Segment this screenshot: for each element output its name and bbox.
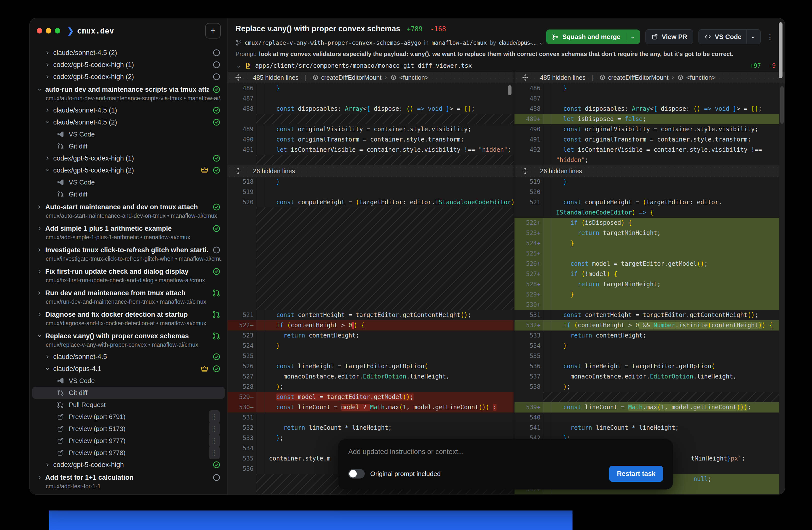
hidden-lines-bar[interactable]: 26 hidden lines	[228, 165, 513, 177]
crown-icon	[200, 364, 209, 373]
vscode-options-chevron-icon[interactable]: ⌄	[751, 34, 755, 40]
header-actions: Squash and merge ⌄ View PR VS Code ⌄	[546, 29, 774, 44]
sidebar-branch-item[interactable]: claude/sonnet-4.5 (2)	[30, 47, 227, 59]
line-number: 537	[514, 372, 543, 382]
instructions-input[interactable]: Add updated instructions or context...	[348, 448, 663, 456]
file-diffstat: +97 -9	[750, 62, 776, 69]
kebab-menu-button[interactable]: ⋮	[209, 446, 220, 459]
sidebar-action-vs-code[interactable]: VS Code	[32, 128, 225, 140]
diff-row: 541 return lineCount * lineHeight;	[514, 423, 785, 433]
sidebar-task-item[interactable]: auto-run dev and maintenance scripts via…	[30, 83, 227, 104]
sidebar-task-item[interactable]: Diagnose and fix docker detection at sta…	[30, 308, 227, 329]
diff-row: 529+ }	[514, 289, 785, 300]
check-icon	[212, 166, 221, 174]
sidebar-action-git-diff[interactable]: Git diff	[32, 140, 225, 152]
sidebar-task-item[interactable]: Run dev and maintenance from tmux attach…	[30, 286, 227, 308]
diff-row: 487	[228, 94, 513, 104]
sidebar-task-item[interactable]: Add test for 1+1 calculationcmux/add-tes…	[30, 471, 227, 492]
sidebar-branch-item[interactable]: claude/sonnet-4.5	[30, 351, 227, 363]
sidebar-task-item[interactable]: Replace v.any() with proper convex schem…	[30, 329, 227, 351]
sidebar-task-item[interactable]: Investigate tmux click-to-refresh glitch…	[30, 243, 227, 265]
sidebar-action-preview-port-9777-[interactable]: Preview (port 9777)⋮	[32, 435, 225, 447]
file-path: apps/client/src/components/monaco/monaco…	[255, 62, 472, 69]
original-prompt-toggle[interactable]	[348, 469, 365, 478]
diff-viewer: 485 hidden lines|createDiffEditorMount›<…	[228, 72, 785, 494]
window-minimize-button[interactable]	[46, 28, 51, 33]
sidebar-task-item[interactable]: Auto-start maintenance and dev on tmux a…	[30, 200, 227, 222]
task-title: Add simple 1 plus 1 arithmetic example	[45, 225, 172, 232]
hidden-lines-bar[interactable]: 26 hidden lines	[514, 165, 785, 177]
sidebar-action-pull-request[interactable]: Pull Request	[32, 399, 225, 411]
repo-name: manaflow-ai/cmux	[432, 40, 487, 46]
in-label: in	[424, 40, 429, 46]
line-number: 538	[514, 382, 543, 392]
sidebar-task-item[interactable]: Add simple 1 plus 1 arithmetic examplecm…	[30, 222, 227, 243]
git-branch-icon	[235, 40, 242, 46]
modified-file-icon	[245, 62, 252, 69]
kebab-menu-button[interactable]: ⋮	[209, 434, 220, 447]
sidebar-task-item[interactable]: Fix first-run update check and dialog di…	[30, 265, 227, 286]
diff-scrollbar-track[interactable]	[779, 83, 785, 494]
sidebar-action-preview-port-9778-[interactable]: Preview (port 9778)⋮	[32, 447, 225, 459]
background-window-strip	[49, 511, 572, 530]
file-deletions: -9	[768, 62, 776, 69]
vscode-button[interactable]: VS Code ⌄	[698, 29, 761, 44]
sidebar-action-vs-code[interactable]: VS Code	[32, 176, 225, 188]
diff-row: 486 }	[228, 83, 513, 94]
sidebar-branch-item[interactable]: claude/sonnet-4.5 (1)	[30, 104, 227, 116]
hidden-lines-bar[interactable]: 485 hidden lines|createDiffEditorMount›<…	[514, 72, 785, 83]
more-options-button[interactable]: ⋮	[766, 32, 774, 41]
file-row[interactable]: ⌄ apps/client/src/components/monaco/mona…	[228, 60, 785, 72]
kebab-menu-button[interactable]: ⋮	[209, 410, 220, 423]
sidebar-branch-item[interactable]: claude/sonnet-4.5 (2)	[30, 116, 227, 128]
sidebar-branch-item[interactable]: codex/gpt-5-codex-high (1)	[30, 59, 227, 71]
cube-icon	[677, 74, 684, 81]
diff-row: 529— const model = targetEditor.getModel…	[228, 392, 513, 402]
diff-row: 527+ if (!model) {	[514, 269, 785, 279]
sidebar-branch-item[interactable]: codex/gpt-5-codex-high (2)	[30, 71, 227, 83]
diff-scrollbar-thumb[interactable]	[780, 86, 784, 124]
line-number: 527	[228, 372, 256, 382]
circle-icon	[212, 72, 221, 81]
restart-task-button[interactable]: Restart task	[609, 466, 663, 482]
chevron-right-icon	[45, 108, 53, 113]
merge-options-chevron-icon[interactable]: ⌄	[631, 34, 635, 40]
chevron-right-icon	[37, 247, 45, 253]
sidebar-action-preview-port-6791-[interactable]: Preview (port 6791)⋮	[32, 411, 225, 423]
sidebar-action-git-diff[interactable]: Git diff	[32, 188, 225, 200]
line-number: 530—	[228, 402, 256, 413]
agent-selector[interactable]: claude/opus-... ⌄	[499, 40, 543, 46]
sidebar-branch-item[interactable]: codex/gpt-5-codex-high	[30, 459, 227, 471]
sidebar-action-vs-code[interactable]: VS Code	[32, 375, 225, 387]
main-scrollbar-thumb[interactable]	[779, 22, 783, 78]
new-task-button[interactable]: +	[205, 23, 221, 39]
sidebar-branch-item[interactable]: claude/opus-4.1	[30, 363, 227, 375]
line-number: 525	[228, 351, 256, 361]
window-zoom-button[interactable]	[55, 28, 60, 33]
line-number: 519	[514, 177, 543, 187]
window-close-button[interactable]	[37, 28, 42, 33]
hidden-lines-bar[interactable]: 485 hidden lines|createDiffEditorMount›<…	[228, 72, 513, 83]
view-pr-button[interactable]: View PR	[646, 29, 693, 44]
task-diffstat: +789 -168	[407, 25, 446, 33]
line-number	[514, 155, 543, 165]
action-label: Preview (port 9777)	[69, 437, 126, 445]
branch-name: cmux/replace-v-any-with-proper-convex-sc…	[245, 40, 421, 46]
collapse-file-chevron-icon[interactable]: ⌄	[236, 63, 241, 69]
sidebar-task-item[interactable]: Run dev and maintenance scripts on tmux …	[30, 492, 227, 494]
action-label: Git diff	[69, 190, 87, 198]
external-icon	[57, 413, 64, 420]
sidebar-branch-item[interactable]: codex/gpt-5-codex-high (2)	[30, 164, 227, 176]
left-pane-scrollbar-thumb[interactable]	[508, 85, 511, 95]
diff-row: 520	[514, 187, 785, 197]
unfold-icon	[522, 74, 529, 81]
sidebar-action-preview-port-5173-[interactable]: Preview (port 5173)⋮	[32, 423, 225, 435]
sidebar-branch-item[interactable]: codex/gpt-5-codex-high (1)	[30, 152, 227, 164]
diff-row: 532 return lineCount * lineHeight;	[228, 423, 513, 433]
squash-and-merge-button[interactable]: Squash and merge ⌄	[546, 29, 640, 44]
check-icon	[212, 353, 221, 361]
crown-icon	[200, 166, 209, 174]
external-link-icon	[651, 33, 658, 40]
kebab-menu-button[interactable]: ⋮	[209, 422, 220, 435]
sidebar-action-git-diff[interactable]: Git diff	[32, 387, 225, 399]
